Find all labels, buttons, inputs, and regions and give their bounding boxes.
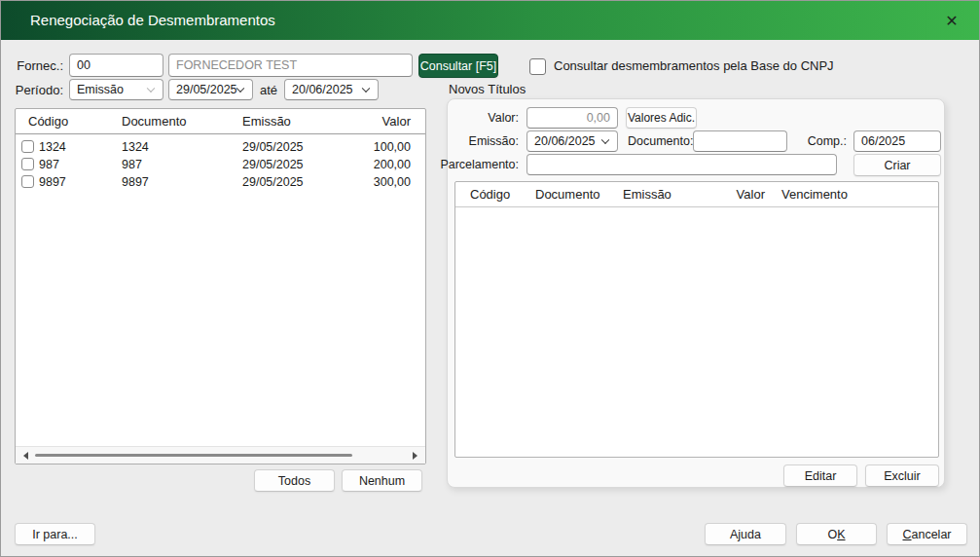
chevron-down-icon (236, 85, 244, 93)
date-to-value: 20/06/2025 (292, 83, 353, 96)
todos-button[interactable]: Todos (254, 469, 335, 492)
cnpj-checkbox[interactable] (529, 58, 546, 75)
cell-documento: 9897 (122, 173, 149, 191)
comp-input[interactable] (853, 130, 941, 152)
row-checkbox[interactable] (21, 158, 34, 170)
cell-valor: 100,00 (374, 138, 411, 156)
novos-titulos-group-label: Novos Títulos (449, 82, 526, 96)
cell-emissao: 29/05/2025 (242, 138, 304, 156)
ate-label: até (260, 80, 277, 101)
cell-documento: 987 (122, 156, 142, 173)
novos-titulos-panel: Valor: Valores Adic. Emissão: 20/06/2025… (447, 98, 945, 488)
cell-codigo: 9897 (39, 173, 66, 191)
emissao-value: 20/06/2025 (534, 134, 596, 148)
ajuda-button[interactable]: Ajuda (705, 523, 786, 545)
cell-emissao: 29/05/2025 (242, 173, 304, 191)
editar-button[interactable]: Editar (783, 464, 857, 487)
horizontal-scrollbar[interactable] (16, 446, 425, 464)
date-from-value: 29/05/2025 (176, 83, 237, 96)
periodo-label: Período: (15, 80, 63, 101)
documento-input[interactable] (693, 130, 787, 152)
cell-valor: 300,00 (374, 173, 411, 191)
emissao-select[interactable]: 20/06/2025 (526, 130, 618, 152)
scroll-left-icon[interactable] (23, 452, 28, 460)
ok-label-mnemonic: K (837, 528, 845, 541)
valor-input[interactable] (526, 107, 618, 129)
comp-label: Comp.: (808, 130, 847, 152)
novos-titulos-table: Código Documento Emissão Valor Venciment… (454, 181, 939, 458)
cell-codigo: 1324 (39, 138, 66, 156)
col-header-documento: Documento (535, 182, 599, 207)
emissao-label: Emissão: (469, 130, 519, 152)
fornec-name-input[interactable] (168, 54, 413, 77)
scrollbar-thumb[interactable] (35, 454, 352, 457)
chevron-down-icon (147, 85, 155, 93)
nenhum-button[interactable]: Nenhum (342, 469, 422, 492)
row-checkbox[interactable] (21, 175, 34, 188)
consultar-button[interactable]: Consultar [F5] (418, 54, 498, 78)
ir-para-button[interactable]: Ir para... (15, 523, 95, 545)
date-from-select[interactable]: 29/05/2025 (168, 79, 253, 100)
col-header-emissao: Emissão (242, 109, 291, 134)
valores-adic-button[interactable]: Valores Adic. (626, 107, 697, 129)
titlebar: Renegociação de Desmembramentos ✕ (1, 1, 979, 40)
table-row[interactable]: 9897 9897 29/05/2025 300,00 (16, 173, 425, 191)
cancelar-label-mnemonic: C (902, 528, 911, 541)
fornec-code-input[interactable] (69, 54, 163, 77)
table-row[interactable]: 987 987 29/05/2025 200,00 (16, 156, 425, 173)
ok-button[interactable]: OK (796, 523, 877, 545)
col-header-valor: Valor (382, 109, 411, 134)
cell-codigo: 987 (39, 156, 59, 173)
date-to-select[interactable]: 20/06/2025 (284, 79, 379, 100)
valor-label: Valor: (488, 107, 519, 129)
chevron-down-icon (362, 85, 370, 93)
cell-valor: 200,00 (374, 156, 411, 173)
cell-emissao: 29/05/2025 (242, 156, 304, 173)
col-header-vencimento: Vencimento (781, 182, 848, 207)
renegociacao-dialog: Renegociação de Desmembramentos ✕ Fornec… (0, 0, 980, 557)
cancelar-button[interactable]: Cancelar (887, 523, 967, 545)
table-row[interactable]: 1324 1324 29/05/2025 100,00 (16, 138, 425, 156)
cell-documento: 1324 (122, 138, 149, 156)
source-table: Código Documento Emissão Valor 1324 1324… (15, 108, 426, 464)
row-checkbox[interactable] (21, 140, 34, 153)
cancelar-label-rest: ancelar (912, 528, 952, 541)
parcelamento-input[interactable] (526, 154, 837, 175)
col-header-codigo: Código (470, 182, 510, 207)
col-header-emissao: Emissão (623, 182, 671, 207)
parcelamento-label: Parcelamento: (440, 154, 519, 175)
col-header-codigo: Código (28, 109, 68, 134)
col-header-valor: Valor (737, 182, 765, 207)
source-table-header: Código Documento Emissão Valor (16, 109, 425, 134)
cnpj-checkbox-label: Consultar desmembramentos pela Base do C… (554, 55, 834, 78)
documento-label: Documento: (628, 130, 693, 152)
periodo-type-value: Emissão (77, 83, 124, 96)
chevron-down-icon (601, 136, 609, 144)
fornec-label: Fornec.: (15, 55, 63, 78)
excluir-button[interactable]: Excluir (865, 464, 939, 487)
close-icon[interactable]: ✕ (934, 1, 969, 40)
window-title: Renegociação de Desmembramentos (30, 1, 275, 40)
novos-titulos-table-header: Código Documento Emissão Valor Venciment… (455, 182, 938, 207)
periodo-type-select[interactable]: Emissão (69, 79, 163, 100)
scroll-right-icon[interactable] (413, 452, 417, 460)
criar-button[interactable]: Criar (853, 154, 941, 176)
col-header-documento: Documento (122, 109, 186, 134)
ok-label-prefix: O (827, 528, 837, 541)
